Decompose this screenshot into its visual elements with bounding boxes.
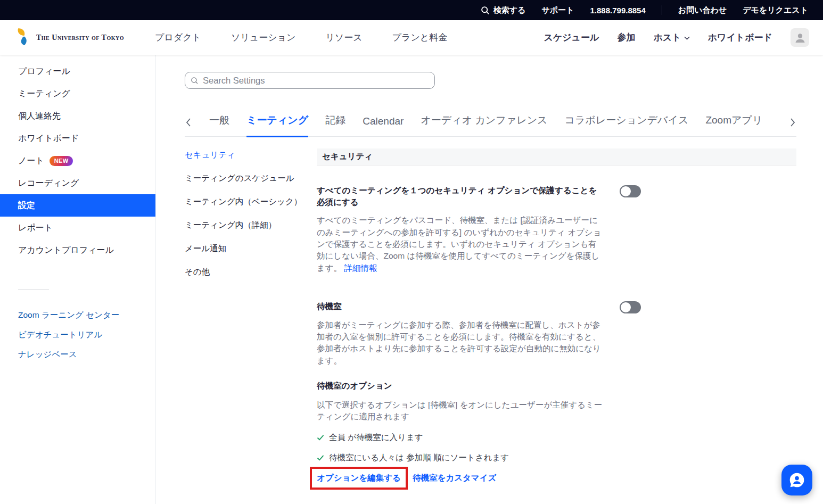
- action-schedule[interactable]: スケジュール: [544, 31, 599, 44]
- settings-panel: セキュリティ すべてのミーティングを１つのセキュリティ オプションで保護すること…: [317, 148, 796, 504]
- sidebar-item-label: 個人連絡先: [18, 111, 61, 122]
- tab-audio-conferencing[interactable]: オーディオ カンファレンス: [421, 113, 547, 137]
- sidebar-item-label: レポート: [18, 222, 53, 234]
- subnav-security[interactable]: セキュリティ: [185, 150, 317, 161]
- sidebar: プロフィール ミーティング 個人連絡先 ホワイトボード ノート NEW レコーデ…: [0, 55, 156, 504]
- support-chat-button[interactable]: [781, 465, 812, 495]
- sidebar-item-profile[interactable]: プロフィール: [0, 60, 155, 82]
- check-icon: [317, 454, 324, 461]
- topbar-search[interactable]: 検索する: [481, 5, 526, 15]
- chat-icon: [788, 471, 806, 489]
- tab-general[interactable]: 一般: [209, 113, 229, 137]
- chevron-down-icon: [684, 34, 690, 41]
- sidebar-item-whiteboard[interactable]: ホワイトボード: [0, 127, 155, 150]
- action-whiteboard[interactable]: ホワイトボード: [708, 31, 772, 44]
- setting-waiting-room: 待機室 参加者がミーティングに参加する際、参加者を待機室に配置し、ホストが参加者…: [317, 301, 796, 490]
- topbar-support[interactable]: サポート: [541, 5, 574, 15]
- nav-plans-pricing[interactable]: プランと料金: [392, 31, 448, 44]
- setting-description: 参加者がミーティングに参加する際、参加者を待機室に配置し、ホストが参加者の入室を…: [317, 319, 605, 367]
- chevron-left-icon[interactable]: [185, 118, 192, 136]
- learn-more-link[interactable]: 詳細情報: [344, 263, 377, 272]
- tab-recording[interactable]: 記録: [325, 113, 345, 137]
- bullet-text: 待機室にいる人々は 参加順 順にソートされます: [329, 452, 509, 464]
- main-nav: プロダクト ソリューション リソース プランと料金: [155, 31, 447, 44]
- new-badge: NEW: [50, 156, 73, 166]
- logo-text: The University of Tokyo: [36, 34, 124, 42]
- waiting-room-links: オプションを編集する 待機室をカスタマイズ: [317, 467, 605, 490]
- sidebar-item-meetings[interactable]: ミーティング: [0, 82, 155, 105]
- topbar: 検索する サポート 1.888.799.8854 お問い合わせ デモをリクエスト: [0, 0, 823, 20]
- topbar-search-label: 検索する: [493, 5, 526, 15]
- nav-solutions[interactable]: ソリューション: [231, 31, 295, 44]
- waiting-room-options-heading: 待機室のオプション: [317, 381, 605, 392]
- ginkgo-logo-icon: [16, 27, 32, 48]
- sidebar-item-reports[interactable]: レポート: [0, 217, 155, 239]
- sidebar-item-contacts[interactable]: 個人連絡先: [0, 105, 155, 127]
- person-icon: [794, 31, 806, 44]
- settings-search[interactable]: [185, 72, 435, 89]
- sidebar-item-label: レコーディング: [18, 178, 79, 189]
- check-icon: [317, 434, 324, 441]
- setting-title: 待機室: [317, 301, 605, 312]
- settings-tabs: 一般 ミーティング 記録 Calendar オーディオ カンファレンス コラボレ…: [185, 110, 796, 137]
- subnav-in-meeting-basic[interactable]: ミーティング内（ベーシック）: [185, 196, 317, 208]
- toggle-waiting-room[interactable]: [620, 301, 641, 313]
- university-logo[interactable]: The University of Tokyo: [16, 27, 124, 48]
- sidebar-item-settings[interactable]: 設定: [0, 194, 155, 217]
- waiting-room-options-description: 以下で選択するオプションは [待機室] をオンにしたユーザーが主催するミーティン…: [317, 399, 605, 423]
- chevron-right-icon[interactable]: [789, 118, 796, 136]
- settings-subnav: セキュリティ ミーティングのスケジュール ミーティング内（ベーシック） ミーティ…: [185, 148, 317, 504]
- sidebar-item-label: アカウントプロフィール: [18, 245, 114, 256]
- sidebar-link-video-tutorials[interactable]: ビデオチュートリアル: [0, 325, 155, 345]
- topbar-divider: [662, 5, 662, 15]
- action-host-label: ホスト: [653, 31, 681, 44]
- setting-require-security-option: すべてのミーティングを１つのセキュリティ オプションで保護することを必須にする …: [317, 185, 796, 274]
- avatar[interactable]: [791, 28, 809, 47]
- subnav-schedule-meeting[interactable]: ミーティングのスケジュール: [185, 173, 317, 184]
- settings-search-input[interactable]: [203, 76, 429, 86]
- tab-meeting[interactable]: ミーティング: [246, 113, 308, 137]
- header-actions: スケジュール 参加 ホスト ホワイトボード: [544, 28, 809, 47]
- sidebar-link-learning-center[interactable]: Zoom ラーニング センター: [0, 305, 155, 325]
- header: The University of Tokyo プロダクト ソリューション リソ…: [0, 20, 823, 55]
- customize-waiting-room-link[interactable]: 待機室をカスタマイズ: [413, 473, 497, 484]
- sidebar-item-label: プロフィール: [18, 66, 70, 77]
- subnav-email-notification[interactable]: メール通知: [185, 243, 317, 254]
- sidebar-item-notes[interactable]: ノート NEW: [0, 150, 155, 172]
- sidebar-divider: [18, 289, 49, 290]
- toggle-require-security-option[interactable]: [620, 185, 641, 197]
- sidebar-item-label: 設定: [18, 200, 35, 211]
- nav-resources[interactable]: リソース: [325, 31, 362, 44]
- topbar-contact[interactable]: お問い合わせ: [678, 5, 727, 15]
- main-content: 一般 ミーティング 記録 Calendar オーディオ カンファレンス コラボレ…: [156, 55, 823, 504]
- setting-description: すべてのミーティングをパスコード、待機室、または [認証済みユーザーにのみミーテ…: [317, 214, 605, 274]
- action-host[interactable]: ホスト: [653, 31, 689, 44]
- section-header-security: セキュリティ: [317, 148, 796, 166]
- subnav-in-meeting-advanced[interactable]: ミーティング内（詳細）: [185, 220, 317, 231]
- nav-products[interactable]: プロダクト: [155, 31, 201, 44]
- action-join[interactable]: 参加: [617, 31, 635, 44]
- sidebar-item-recordings[interactable]: レコーディング: [0, 172, 155, 194]
- tab-collaboration-devices[interactable]: コラボレーションデバイス: [565, 113, 689, 137]
- sidebar-item-account-profile[interactable]: アカウントプロフィール: [0, 239, 155, 261]
- waiting-room-rule-everyone: 全員 が待機室に入ります: [317, 432, 605, 443]
- sidebar-item-label: ホワイトボード: [18, 133, 79, 144]
- edit-options-link[interactable]: オプションを編集する: [317, 473, 401, 482]
- topbar-phone[interactable]: 1.888.799.8854: [590, 6, 646, 15]
- setting-title: すべてのミーティングを１つのセキュリティ オプションで保護することを必須にする: [317, 185, 605, 208]
- annotation-highlight-box: オプションを編集する: [310, 467, 408, 490]
- tab-zoom-apps[interactable]: Zoomアプリ: [705, 113, 762, 137]
- sidebar-item-label: ノート: [18, 155, 44, 167]
- search-icon: [191, 77, 199, 85]
- topbar-request-demo[interactable]: デモをリクエスト: [743, 5, 808, 15]
- tab-calendar[interactable]: Calendar: [363, 115, 404, 137]
- search-icon: [481, 6, 490, 15]
- waiting-room-rule-sort-order: 待機室にいる人々は 参加順 順にソートされます: [317, 452, 605, 464]
- sidebar-item-label: ミーティング: [18, 88, 70, 100]
- sidebar-link-knowledge-base[interactable]: ナレッジベース: [0, 345, 155, 365]
- subnav-other[interactable]: その他: [185, 267, 317, 278]
- bullet-text: 全員 が待機室に入ります: [329, 432, 423, 443]
